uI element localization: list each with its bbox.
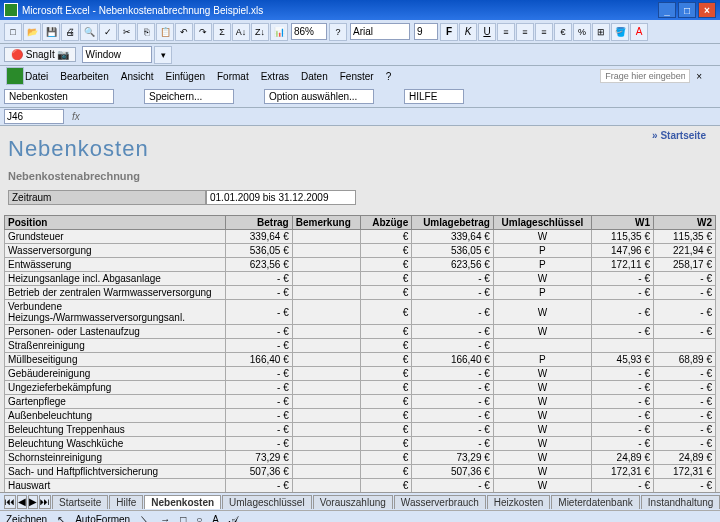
autoforms-menu[interactable]: AutoFormen [75, 514, 130, 522]
cell-key[interactable]: W [493, 451, 591, 465]
cell-betrag[interactable]: - € [226, 272, 292, 286]
cell-bemerkung[interactable] [292, 325, 361, 339]
context-box[interactable]: Nebenkosten [4, 89, 114, 104]
snagit-mode-select[interactable] [82, 46, 152, 63]
cell-w1[interactable]: - € [592, 395, 654, 409]
menu-daten[interactable]: Daten [301, 71, 328, 82]
cell-umlagebetrag[interactable]: - € [412, 423, 494, 437]
paste-icon[interactable]: 📋 [156, 23, 174, 41]
worksheet-area[interactable]: » Startseite Nebenkosten Nebenkostenabre… [0, 126, 720, 492]
wordart-icon[interactable]: 𝒜 [229, 514, 238, 523]
cell-umlagebetrag[interactable]: - € [412, 367, 494, 381]
cell-w2[interactable]: - € [653, 367, 715, 381]
cell-abzuege[interactable]: € [361, 244, 412, 258]
cell-bemerkung[interactable] [292, 272, 361, 286]
cell-abzuege[interactable]: € [361, 272, 412, 286]
cell-key[interactable]: P [493, 353, 591, 367]
sheet-tab[interactable]: Nebenkosten [144, 495, 221, 509]
cell-position[interactable]: Sach- und Haftpflichtversicherung [5, 465, 226, 479]
cell-umlagebetrag[interactable]: - € [412, 339, 494, 353]
cell-w1[interactable] [592, 339, 654, 353]
sheet-tab[interactable]: Mieterdatenbank [551, 495, 640, 509]
cell-betrag[interactable]: - € [226, 300, 292, 325]
percent-icon[interactable]: % [573, 23, 591, 41]
currency-icon[interactable]: € [554, 23, 572, 41]
align-left-icon[interactable]: ≡ [497, 23, 515, 41]
cell-bemerkung[interactable] [292, 367, 361, 381]
cell-position[interactable]: Grundsteuer [5, 230, 226, 244]
cell-bemerkung[interactable] [292, 437, 361, 451]
cell-abzuege[interactable]: € [361, 465, 412, 479]
zoom-select[interactable] [291, 23, 327, 40]
cell-position[interactable]: Wasserversorgung [5, 244, 226, 258]
cell-umlagebetrag[interactable]: - € [412, 395, 494, 409]
cell-w2[interactable] [653, 339, 715, 353]
chart-icon[interactable]: 📊 [270, 23, 288, 41]
menu-format[interactable]: Format [217, 71, 249, 82]
cell-position[interactable]: Beleuchtung Treppenhaus [5, 423, 226, 437]
help-box[interactable]: HILFE [404, 89, 464, 104]
cell-w1[interactable]: - € [592, 286, 654, 300]
tab-last-icon[interactable]: ⏭ [39, 495, 51, 509]
sheet-tab[interactable]: Umlageschlüssel [222, 495, 312, 509]
cell-umlagebetrag[interactable]: 166,40 € [412, 353, 494, 367]
cell-betrag[interactable]: - € [226, 423, 292, 437]
cell-position[interactable]: Verbundene Heizungs-/Warmwasserversorgun… [5, 300, 226, 325]
menu-help[interactable]: ? [386, 71, 392, 82]
cell-w2[interactable]: - € [653, 381, 715, 395]
cell-umlagebetrag[interactable]: 339,64 € [412, 230, 494, 244]
preview-icon[interactable]: 🔍 [80, 23, 98, 41]
cell-umlagebetrag[interactable]: 507,36 € [412, 465, 494, 479]
cell-w1[interactable]: 45,93 € [592, 353, 654, 367]
snagit-opt-icon[interactable]: ▾ [154, 46, 172, 64]
table-row[interactable]: Außenbeleuchtung- €€- €W- €- € [5, 409, 716, 423]
table-row[interactable]: Straßenreinigung- €€- € [5, 339, 716, 353]
cell-w2[interactable]: 258,17 € [653, 258, 715, 272]
table-row[interactable]: Ungezieferbekämpfung- €€- €W- €- € [5, 381, 716, 395]
name-box[interactable] [4, 109, 64, 124]
cell-key[interactable]: W [493, 381, 591, 395]
sheet-tab[interactable]: Hilfe [109, 495, 143, 509]
cell-bemerkung[interactable] [292, 339, 361, 353]
cell-umlagebetrag[interactable]: - € [412, 381, 494, 395]
table-row[interactable]: Verbundene Heizungs-/Warmwasserversorgun… [5, 300, 716, 325]
cell-w2[interactable]: - € [653, 437, 715, 451]
cell-betrag[interactable]: - € [226, 437, 292, 451]
period-value[interactable]: 01.01.2009 bis 31.12.2009 [206, 190, 356, 205]
cell-abzuege[interactable]: € [361, 479, 412, 493]
cell-w2[interactable]: 221,94 € [653, 244, 715, 258]
option-box[interactable]: Option auswählen... [264, 89, 374, 104]
tab-first-icon[interactable]: ⏮ [4, 495, 16, 509]
table-row[interactable]: Heizungsanlage incl. Abgasanlage- €€- €W… [5, 272, 716, 286]
cell-position[interactable]: Gartenpflege [5, 395, 226, 409]
cell-betrag[interactable]: 166,40 € [226, 353, 292, 367]
rect-icon[interactable]: □ [180, 514, 186, 522]
menu-einfuegen[interactable]: Einfügen [166, 71, 205, 82]
cell-abzuege[interactable]: € [361, 230, 412, 244]
sort-desc-icon[interactable]: Z↓ [251, 23, 269, 41]
cell-abzuege[interactable]: € [361, 325, 412, 339]
cell-betrag[interactable]: 339,64 € [226, 230, 292, 244]
save-box[interactable]: Speichern... [144, 89, 234, 104]
cell-bemerkung[interactable] [292, 451, 361, 465]
print-icon[interactable]: 🖨 [61, 23, 79, 41]
borders-icon[interactable]: ⊞ [592, 23, 610, 41]
cell-key[interactable]: W [493, 395, 591, 409]
cell-bemerkung[interactable] [292, 353, 361, 367]
cell-betrag[interactable]: - € [226, 381, 292, 395]
cell-key[interactable]: W [493, 423, 591, 437]
menu-bearbeiten[interactable]: Bearbeiten [60, 71, 108, 82]
cell-abzuege[interactable]: € [361, 437, 412, 451]
arrow-icon[interactable]: → [160, 514, 170, 522]
cell-w2[interactable]: 172,31 € [653, 465, 715, 479]
copy-icon[interactable]: ⎘ [137, 23, 155, 41]
cell-w2[interactable]: - € [653, 409, 715, 423]
undo-icon[interactable]: ↶ [175, 23, 193, 41]
snagit-button[interactable]: 🔴 SnagIt 📷 [4, 47, 76, 62]
draw-menu[interactable]: Zeichnen [6, 514, 47, 522]
sheet-tab[interactable]: Heizkosten [487, 495, 550, 509]
menu-ansicht[interactable]: Ansicht [121, 71, 154, 82]
tab-next-icon[interactable]: ▶ [28, 495, 38, 509]
fx-icon[interactable]: fx [72, 111, 80, 122]
spell-icon[interactable]: ✓ [99, 23, 117, 41]
